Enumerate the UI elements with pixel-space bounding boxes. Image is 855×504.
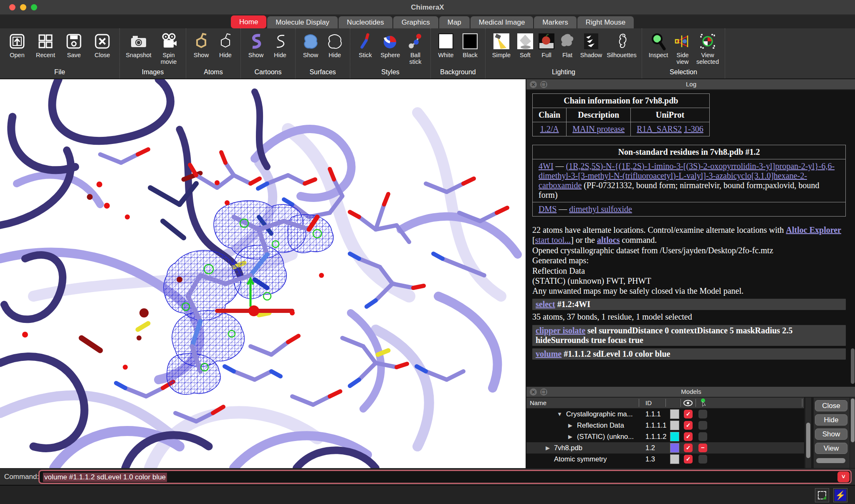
tab-graphics[interactable]: Graphics: [393, 16, 438, 28]
shown-checkbox[interactable]: ✓: [684, 421, 693, 430]
model-row-reflection-data[interactable]: ▶ Reflection Data 1.1.1.1 ✓: [526, 420, 804, 431]
status-bar: ⚡: [0, 485, 855, 504]
log-scrollbar-thumb[interactable]: [851, 348, 855, 384]
toolbar-group-atoms: Show Hide Atoms: [186, 28, 241, 78]
window-size-icon: [818, 491, 826, 499]
side-view-button[interactable]: Side view: [673, 30, 692, 66]
log-scrollbar[interactable]: [850, 92, 855, 384]
model-row-7vh8[interactable]: ▶ 7vh8.pdb 1.2 ✓ −: [526, 442, 804, 454]
shown-checkbox[interactable]: ✓: [684, 410, 693, 418]
inspect-magnifier-icon: [649, 32, 668, 51]
toolbar-group-surfaces: Show Hide Surfaces: [296, 28, 350, 78]
model-row-crystallographic[interactable]: ▼ Crystallographic ma... 1.1.1 ✓: [526, 408, 804, 420]
white-background-button[interactable]: White: [435, 30, 457, 59]
select-toggle[interactable]: [698, 410, 707, 418]
command-history-dropdown[interactable]: ˅: [837, 471, 850, 482]
flat-lighting-button[interactable]: Flat: [558, 30, 577, 59]
tab-home[interactable]: Home: [231, 15, 266, 28]
altlocs-command-link[interactable]: altlocs: [597, 235, 620, 244]
residue-dms-link[interactable]: DMS: [539, 204, 557, 214]
uniprot-range-link[interactable]: 1-306: [684, 124, 703, 134]
uniprot-col-header: UniProt: [631, 108, 709, 122]
atoms-show-button[interactable]: Show: [190, 30, 212, 59]
shadow-lighting-button[interactable]: Shadow: [579, 30, 603, 59]
dash: —: [556, 161, 564, 171]
shown-checkbox[interactable]: ✓: [684, 444, 693, 452]
models-vertical-scrollbar[interactable]: [805, 398, 811, 468]
model-color-swatch[interactable]: [670, 443, 679, 453]
select-toggle[interactable]: [698, 421, 707, 430]
model-row-atomic-symmetry[interactable]: Atomic symmetry 1.3 ✓: [526, 454, 804, 465]
residue-dms-name-link[interactable]: dimethyl sulfoxide: [569, 204, 632, 214]
shown-checkbox[interactable]: ✓: [684, 455, 693, 464]
close-model-button[interactable]: Close: [89, 30, 115, 59]
chevron-right-icon[interactable]: ▶: [568, 422, 572, 428]
tab-right-mouse[interactable]: Right Mouse: [577, 16, 634, 28]
models-close-button[interactable]: Close: [815, 400, 847, 411]
cartoons-hide-icon: [271, 32, 290, 51]
simple-lighting-button[interactable]: Simple: [490, 30, 513, 59]
model-color-swatch[interactable]: [670, 454, 679, 464]
cartoons-hide-button[interactable]: Hide: [269, 30, 291, 59]
spin-movie-button[interactable]: Spin movie: [156, 30, 182, 66]
altloc-explorer-link[interactable]: Altloc Explorer: [786, 225, 841, 234]
full-lighting-button[interactable]: Full: [537, 30, 556, 59]
uniprot-name-link[interactable]: R1A_SARS2: [637, 124, 682, 134]
surfaces-show-button[interactable]: Show: [300, 30, 321, 59]
select-toggle[interactable]: [698, 455, 707, 464]
command-input-text: volume #1.1.1.2 sdLevel 1.0 color blue: [43, 473, 167, 482]
soft-lighting-button[interactable]: Soft: [516, 30, 535, 59]
rapid-access-button[interactable]: ⚡: [833, 488, 847, 502]
volume-command-link[interactable]: volume: [536, 349, 562, 358]
chevron-right-icon[interactable]: ▶: [568, 433, 572, 440]
window-size-button[interactable]: [815, 488, 829, 502]
ball-stick-style-button[interactable]: Ball stick: [405, 30, 426, 66]
stick-style-button[interactable]: Stick: [354, 30, 376, 59]
sphere-style-button[interactable]: Sphere: [379, 30, 402, 59]
start-tool-link[interactable]: start tool...: [535, 235, 571, 244]
save-button[interactable]: Save: [61, 30, 87, 59]
black-background-button[interactable]: Black: [459, 30, 481, 59]
water-sphere: [248, 305, 259, 316]
tab-nucleotides[interactable]: Nucleotides: [339, 16, 392, 28]
chain-link[interactable]: 1.2/A: [540, 124, 559, 134]
toolbar-group-lighting: Simple Soft Full: [486, 28, 642, 78]
atoms-hide-button[interactable]: Hide: [215, 30, 236, 59]
chevron-down-icon[interactable]: ▼: [557, 411, 562, 417]
partial-select-toggle[interactable]: −: [698, 444, 707, 452]
models-horizontal-scrollbar-thumb[interactable]: [816, 458, 845, 463]
tab-medical-image[interactable]: Medical Image: [471, 16, 534, 28]
model-color-swatch[interactable]: [670, 409, 679, 419]
models-view-button[interactable]: View: [815, 443, 847, 454]
description-link[interactable]: MAIN protease: [572, 124, 625, 134]
select-command-link[interactable]: select: [536, 300, 555, 309]
chevron-right-icon[interactable]: ▶: [546, 445, 550, 451]
select-toggle[interactable]: [698, 432, 707, 441]
model-row-static-map[interactable]: ▶ (STATIC) (unkno... 1.1.1.2 ✓: [526, 431, 804, 442]
command-input[interactable]: volume #1.1.1.2 sdLevel 1.0 color blue ˅: [38, 470, 852, 484]
models-outer-scrollbar[interactable]: [850, 398, 855, 468]
shown-checkbox[interactable]: ✓: [684, 432, 693, 441]
clipper-command-link[interactable]: clipper isolate: [536, 326, 585, 335]
model-color-swatch[interactable]: [670, 421, 679, 430]
models-list[interactable]: ▼ Crystallographic ma... 1.1.1 ✓ ▶ Refle…: [526, 408, 804, 468]
tab-map[interactable]: Map: [439, 16, 470, 28]
view-selected-button[interactable]: View selected: [695, 30, 721, 66]
models-outer-scrollbar-thumb[interactable]: [851, 398, 855, 442]
snapshot-button[interactable]: Snapshot: [124, 30, 153, 59]
recent-button[interactable]: Recent: [33, 30, 58, 59]
open-button[interactable]: Open: [4, 30, 30, 59]
models-scrollbar-thumb[interactable]: [806, 423, 810, 458]
log-content[interactable]: Chain information for 7vh8.pdb Chain Des…: [526, 90, 855, 387]
tab-molecule-display[interactable]: Molecule Display: [267, 16, 338, 28]
inspect-button[interactable]: Inspect: [646, 30, 670, 59]
graphics-viewport[interactable]: [0, 79, 526, 468]
models-hide-button[interactable]: Hide: [815, 414, 847, 426]
silhouettes-button[interactable]: Silhouettes: [606, 30, 637, 59]
surfaces-hide-button[interactable]: Hide: [324, 30, 346, 59]
tab-markers[interactable]: Markers: [534, 16, 576, 28]
residue-4wi-link[interactable]: 4WI: [539, 161, 554, 171]
models-show-button[interactable]: Show: [815, 428, 847, 440]
model-color-swatch[interactable]: [670, 432, 679, 441]
cartoons-show-button[interactable]: Show: [245, 30, 267, 59]
